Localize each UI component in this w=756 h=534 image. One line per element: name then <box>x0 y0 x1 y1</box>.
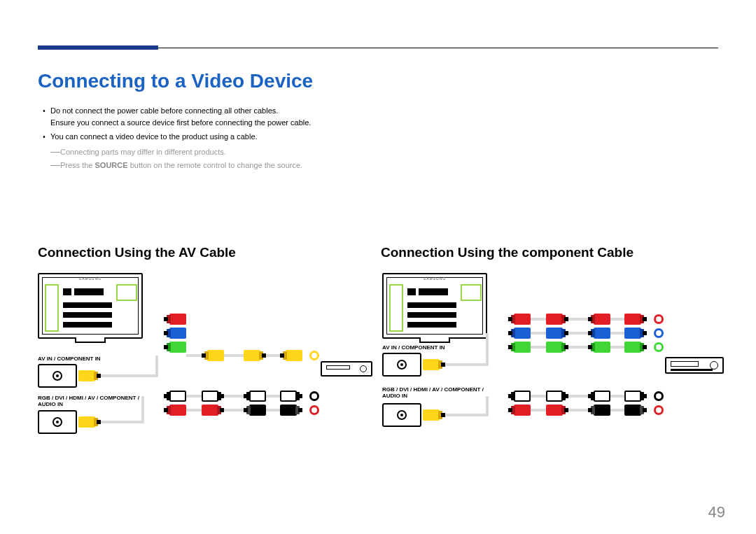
cable-icon <box>186 395 202 398</box>
port-label-audio-in: RGB / DVI / HDMI / AV / COMPONENT / AUDI… <box>38 395 150 407</box>
cable-icon <box>224 395 244 398</box>
plug-white-icon <box>624 391 647 402</box>
plug-white-icon <box>588 391 610 402</box>
cable-icon <box>610 318 624 321</box>
jack-red-icon <box>309 405 319 415</box>
note-1: Connecting parts may differ in different… <box>60 146 226 159</box>
cable-icon <box>186 354 202 357</box>
cable-icon <box>101 374 157 377</box>
vcr-device-icon <box>665 357 724 374</box>
cable-icon <box>486 396 489 416</box>
notes: ― Connecting parts may differ in differe… <box>50 146 498 171</box>
bullet-1-line1: Do not connect the power cable before co… <box>50 106 278 115</box>
plug-green-icon <box>508 342 531 353</box>
plug-white-icon <box>164 391 186 402</box>
jack-green-icon <box>654 342 664 352</box>
monitor-back-icon: SAMSUNG <box>382 273 487 339</box>
jack-white-icon <box>309 391 319 401</box>
plug-red-icon <box>508 314 531 325</box>
plug-blue-icon <box>508 328 531 339</box>
monitor-back-icon: SAMSUNG <box>38 273 143 339</box>
jack-red-icon <box>654 314 664 324</box>
plug-green-icon <box>546 342 568 353</box>
bullet-1-line2: Ensure you connect a source device first… <box>50 118 311 127</box>
plug-white-icon <box>546 391 568 402</box>
cable-icon <box>486 333 489 366</box>
cable-icon <box>531 395 546 398</box>
plug-white-icon <box>244 391 266 402</box>
plug-white-icon <box>280 391 302 402</box>
plug-yellow-icon <box>78 416 101 428</box>
port-label-audio-in: RGB / DVI / HDMI / AV / COMPONENT / AUDI… <box>382 386 494 399</box>
plug-green-icon <box>588 342 610 353</box>
plug-blue-icon <box>588 328 610 339</box>
plug-red-icon <box>202 405 224 416</box>
note-dash-icon: ― <box>50 146 60 157</box>
plug-blue-icon <box>546 328 568 339</box>
jack-blue-icon <box>654 328 664 338</box>
header-accent-bar <box>38 45 158 50</box>
plug-red-icon <box>508 405 531 416</box>
cable-icon <box>266 409 280 412</box>
cable-icon <box>531 409 546 412</box>
cable-icon <box>224 354 244 357</box>
port-label-av-in: AV IN / COMPONENT IN <box>382 344 445 351</box>
plug-black-icon <box>280 405 302 416</box>
cable-icon <box>101 421 143 423</box>
port-av-in <box>382 353 421 377</box>
cable-icon <box>445 414 487 416</box>
plug-red-icon <box>624 314 647 325</box>
subheading-component-cable: Connection Using the component Cable <box>381 245 634 260</box>
main-title: Connecting to a Video Device <box>38 70 313 92</box>
dvd-player-icon <box>321 361 372 377</box>
note-2-bold: SOURCE <box>95 161 128 169</box>
cable-icon <box>445 363 487 366</box>
plug-blue-icon <box>164 328 186 339</box>
bullet-2: You can connect a video device to the pr… <box>50 131 486 143</box>
port-av-in <box>38 364 77 388</box>
jack-white-icon <box>654 391 664 401</box>
cable-icon <box>568 346 588 349</box>
monitor-brand-label: SAMSUNG <box>79 276 102 281</box>
plug-yellow-icon <box>202 350 224 361</box>
cable-icon <box>266 395 280 398</box>
cable-icon <box>610 395 624 398</box>
note-2-pre: Press the <box>60 161 95 169</box>
page-number: 49 <box>708 503 725 521</box>
cable-icon <box>141 396 144 423</box>
bullet-text: Do not connect the power cable before co… <box>50 105 486 128</box>
cable-icon <box>610 346 624 349</box>
plug-green-icon <box>624 342 647 353</box>
plug-blue-icon <box>624 328 647 339</box>
note-dash-icon: ― <box>50 159 60 171</box>
cable-icon <box>224 409 244 412</box>
diagram-component-cable: SAMSUNG AV IN / COMPONENT IN RGB / DVI /… <box>378 266 714 455</box>
plug-yellow-icon <box>423 359 445 370</box>
plug-green-icon <box>164 342 186 353</box>
plug-yellow-icon <box>78 370 101 381</box>
jack-yellow-icon <box>309 351 319 360</box>
subheading-av-cable: Connection Using the AV Cable <box>38 245 236 260</box>
diagram-av-cable: SAMSUNG AV IN / COMPONENT IN RGB / DVI /… <box>34 266 370 455</box>
cable-icon <box>155 356 158 377</box>
note-2: Press the SOURCE button on the remote co… <box>60 159 302 172</box>
cable-icon <box>531 318 546 321</box>
jack-red-icon <box>654 405 664 415</box>
plug-red-icon <box>546 405 568 416</box>
bullet-dot: • <box>38 131 50 143</box>
monitor-brand-label: SAMSUNG <box>424 276 446 281</box>
plug-black-icon <box>588 405 610 416</box>
plug-black-icon <box>244 405 266 416</box>
cable-icon <box>568 318 588 321</box>
plug-yellow-icon <box>244 350 266 361</box>
plug-white-icon <box>508 391 531 402</box>
plug-yellow-icon <box>423 409 445 421</box>
cable-icon <box>531 346 546 349</box>
plug-black-icon <box>624 405 647 416</box>
cable-icon <box>610 332 624 335</box>
cable-icon <box>266 354 280 357</box>
note-2-post: button on the remote control to change t… <box>128 161 303 169</box>
plug-white-icon <box>202 391 224 402</box>
plug-yellow-icon <box>280 350 302 361</box>
cable-icon <box>568 332 588 335</box>
